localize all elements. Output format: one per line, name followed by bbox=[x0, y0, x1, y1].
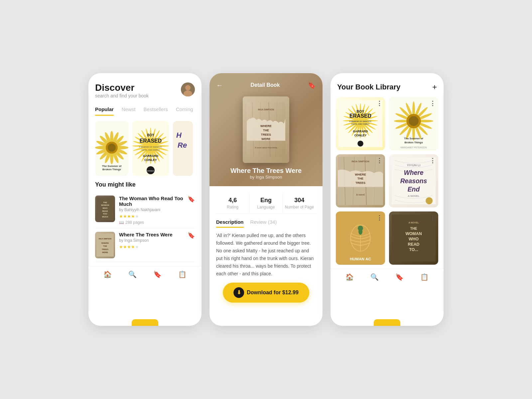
detail-content: 4,6 Rating Eng Language 304 Number of Pa… bbox=[209, 186, 323, 285]
svg-text:WHERE: WHERE bbox=[355, 173, 366, 176]
book-info-1: The Woman Who Read Too Much by Bahiyyih … bbox=[119, 196, 184, 225]
book-menu-3[interactable]: ⋮ bbox=[376, 157, 382, 164]
svg-text:The Summer of: The Summer of bbox=[102, 165, 122, 168]
svg-text:FAITH, AND FAMILY: FAITH, AND FAMILY bbox=[351, 123, 369, 125]
description-text: 'All in?' Kieran pulled me up, and the o… bbox=[216, 232, 316, 278]
nav-search[interactable]: 🔍 bbox=[128, 270, 137, 278]
detail-book-cover: WHERE THE TREES WERE INGA SIMPSON A nove… bbox=[243, 96, 289, 163]
book-cover-trees: INGA SIMPSON WHERE THE TREES WERE bbox=[95, 232, 115, 258]
stat-rating: 4,6 Rating bbox=[216, 193, 249, 213]
nav-list[interactable]: 📋 bbox=[178, 270, 187, 278]
library-book-2[interactable]: The Summer of Broken Things MARGARET PET… bbox=[389, 97, 438, 150]
tab-description[interactable]: Description bbox=[216, 219, 244, 228]
back-button[interactable]: ← bbox=[216, 81, 223, 89]
detail-book-author: by Inga Simpson bbox=[250, 175, 282, 180]
book-menu-1[interactable]: ⋮ bbox=[376, 100, 382, 107]
svg-text:WERE: WERE bbox=[261, 137, 270, 141]
svg-text:THE: THE bbox=[103, 245, 107, 247]
svg-text:GARRARD: GARRARD bbox=[143, 154, 158, 158]
svg-text:Broken Things: Broken Things bbox=[404, 141, 423, 144]
detail-nav-title: Detail Book bbox=[250, 82, 280, 88]
list-item-2[interactable]: INGA SIMPSON WHERE THE TREES WERE Where … bbox=[95, 228, 195, 262]
detail-book-title: Where The Trees Were bbox=[230, 167, 302, 175]
book-rating-1: ★★★★★ bbox=[119, 214, 184, 219]
tab-popular[interactable]: Popular bbox=[95, 106, 114, 116]
svg-text:THE: THE bbox=[357, 177, 363, 180]
svg-text:A NOVEL: A NOVEL bbox=[409, 221, 419, 224]
svg-text:WHERE: WHERE bbox=[101, 242, 109, 244]
svg-text:TO...: TO... bbox=[409, 247, 418, 252]
stat-pages-value: 304 bbox=[283, 197, 316, 204]
lib-nav-home[interactable]: 🏠 bbox=[345, 273, 354, 281]
avatar[interactable] bbox=[181, 82, 195, 96]
svg-text:Reasons: Reasons bbox=[400, 177, 427, 185]
svg-text:THE: THE bbox=[410, 226, 417, 230]
svg-text:Re: Re bbox=[178, 141, 187, 149]
list-item-1[interactable]: THE WOMAN WHO READ TOO MUCH The Woman Wh… bbox=[95, 192, 195, 228]
book-card-1[interactable]: The Summer of Broken Things bbox=[95, 121, 128, 176]
tab-newest[interactable]: Newst bbox=[122, 106, 136, 116]
stat-lang-value: Eng bbox=[249, 197, 282, 204]
svg-text:TREES: TREES bbox=[261, 133, 271, 136]
detail-tabs: Description Review (34) bbox=[216, 219, 316, 228]
svg-text:THE: THE bbox=[263, 129, 269, 132]
svg-text:WOMAN: WOMAN bbox=[405, 231, 422, 236]
svg-text:WINNER: WINNER bbox=[147, 170, 154, 172]
book-title-2: Where The Trees Were bbox=[119, 232, 184, 237]
lib-nav-search[interactable]: 🔍 bbox=[370, 273, 379, 281]
detail-hero: ← Detail Book 🔖 bbox=[209, 73, 323, 186]
bookmark-detail[interactable]: 🔖 bbox=[308, 81, 316, 89]
svg-text:MUCH: MUCH bbox=[102, 216, 108, 218]
book-menu-2[interactable]: ⋮ bbox=[430, 100, 436, 107]
add-book-button[interactable]: + bbox=[432, 82, 437, 92]
nav-bookmark[interactable]: 🔖 bbox=[153, 270, 162, 278]
bottom-nav: 🏠 🔍 🔖 📋 bbox=[88, 266, 201, 284]
bookmark-btn-2[interactable]: 🔖 bbox=[188, 232, 195, 239]
svg-text:WOMAN: WOMAN bbox=[101, 204, 109, 206]
svg-text:The Summer of: The Summer of bbox=[404, 137, 423, 140]
stat-lang-label: Language bbox=[249, 205, 282, 209]
bookmark-btn-1[interactable]: 🔖 bbox=[188, 196, 195, 203]
svg-text:YIYUN LI: YIYUN LI bbox=[407, 163, 421, 167]
discover-subtitle: search and find your book bbox=[95, 93, 149, 98]
svg-text:TREES: TREES bbox=[102, 248, 108, 250]
stat-pages: 304 Number of Page bbox=[283, 193, 316, 213]
svg-text:READ: READ bbox=[102, 210, 108, 212]
book-card-2[interactable]: BOY ERASED A MEMOIR OF IDENTITY, FAITH, … bbox=[132, 121, 169, 176]
book-pages-1: 📖 288 pages bbox=[119, 220, 184, 225]
library-book-5[interactable]: HUMAN AC ⋮ bbox=[336, 211, 385, 265]
book-menu-5[interactable]: ⋮ bbox=[376, 214, 382, 221]
svg-text:ERASED: ERASED bbox=[349, 113, 371, 119]
library-book-3[interactable]: WHERE THE TREES INGA SIMPSON A novel ⋮ bbox=[336, 154, 385, 207]
svg-text:READ: READ bbox=[408, 242, 420, 247]
svg-text:GARRARD: GARRARD bbox=[353, 130, 368, 133]
stat-rating-value: 4,6 bbox=[216, 197, 249, 204]
book-card-3[interactable]: H Re bbox=[173, 121, 193, 176]
svg-point-21 bbox=[108, 144, 116, 152]
tab-coming[interactable]: Coming S bbox=[176, 106, 195, 116]
tab-bestsellers[interactable]: Bestsellers bbox=[144, 106, 168, 116]
stat-language: Eng Language bbox=[249, 193, 282, 213]
svg-text:FAITH, AND FAMILY: FAITH, AND FAMILY bbox=[141, 149, 160, 151]
svg-text:H: H bbox=[176, 131, 182, 139]
svg-point-130 bbox=[426, 197, 433, 204]
book-rating-2: ★★★★★ bbox=[119, 244, 184, 249]
svg-text:CONLEY: CONLEY bbox=[144, 158, 157, 162]
book-menu-6[interactable]: ⋮ bbox=[430, 214, 436, 221]
lib-nav-bookmark[interactable]: 🔖 bbox=[395, 273, 404, 281]
download-button[interactable]: ⬇ Download for $12.99 bbox=[223, 283, 309, 303]
section-title-you-might-like: You might like bbox=[95, 181, 195, 188]
library-book-4[interactable]: YIYUN LI Where Reasons End A NOVEL ⋮ bbox=[389, 154, 438, 207]
book-menu-4[interactable]: ⋮ bbox=[430, 157, 436, 164]
nav-home[interactable]: 🏠 bbox=[103, 270, 112, 278]
library-book-1[interactable]: BOY ERASED A MEMOIR OF IDENTITY, FAITH, … bbox=[336, 97, 385, 150]
book-cover-woman: THE WOMAN WHO READ TOO MUCH bbox=[95, 196, 115, 222]
lib-nav-library[interactable]: 📋 bbox=[420, 273, 429, 281]
library-book-6[interactable]: A NOVEL THE WOMAN WHO READ TO... ⋮ bbox=[389, 211, 438, 265]
svg-text:MARGARET PETERSON: MARGARET PETERSON bbox=[401, 146, 427, 149]
book-author-1: by Bahiyyih Nakhjavani bbox=[119, 207, 184, 212]
tab-review[interactable]: Review (34) bbox=[250, 219, 277, 228]
library-title: Your Book Library bbox=[337, 83, 400, 91]
svg-text:ERASED: ERASED bbox=[140, 138, 162, 144]
stats-row: 4,6 Rating Eng Language 304 Number of Pa… bbox=[216, 193, 316, 214]
